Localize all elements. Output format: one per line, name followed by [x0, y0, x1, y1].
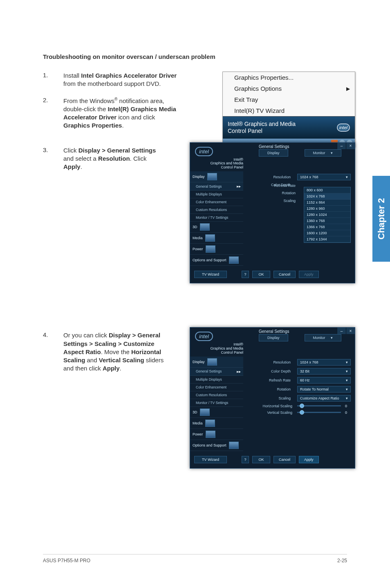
- resolution-option[interactable]: 1152 x 864: [304, 200, 350, 206]
- menu-item-graphics-properties[interactable]: Graphics Properties...: [223, 72, 355, 83]
- sidebar-item-options[interactable]: Options and Support: [190, 255, 243, 266]
- rotation-dropdown[interactable]: RotationRotate To Normal▾: [256, 386, 351, 393]
- step-4: 4. Or you can click Display > General Se…: [43, 331, 174, 373]
- media-thumb-icon: [205, 420, 215, 427]
- resolution-option[interactable]: 1280 x 960: [304, 206, 350, 212]
- page-footer: ASUS P7H55-M PRO 2-25: [43, 554, 347, 563]
- resolution-option[interactable]: 1792 x 1344: [304, 236, 350, 242]
- step-2: 2. From the Windows® notification area, …: [43, 97, 182, 130]
- step-text: From the Windows® notification area, dou…: [63, 97, 182, 130]
- tray-context-menu: Graphics Properties... Graphics Options▶…: [222, 72, 355, 147]
- intel-graphics-panel-scaling: – × intel Intel® Graphics and Media Cont…: [190, 327, 355, 469]
- power-thumb-icon: [206, 431, 215, 438]
- tab-display[interactable]: Display: [259, 149, 288, 157]
- menu-item-exit-tray[interactable]: Exit Tray: [223, 94, 355, 105]
- vertical-scaling-slider[interactable]: Vertical Scaling 0: [256, 411, 351, 415]
- chevron-right-icon: ▸▸: [237, 369, 241, 374]
- resolution-option[interactable]: 1024 x 768: [304, 193, 350, 200]
- resolution-dropdown[interactable]: Resolution1024 x 768▾: [256, 359, 351, 366]
- sidebar-item-monitor-tv[interactable]: Monitor / TV Settings: [190, 399, 243, 407]
- display-thumb-icon: [207, 173, 217, 180]
- tv-wizard-button[interactable]: TV Wizard: [194, 456, 227, 463]
- cancel-button[interactable]: Cancel: [273, 456, 296, 463]
- power-thumb-icon: [206, 245, 215, 253]
- step-number: 1.: [43, 72, 63, 88]
- sidebar-item-multiple-displays[interactable]: Multiple Displays: [190, 191, 243, 198]
- sidebar-item-monitor-tv[interactable]: Monitor / TV Settings: [190, 214, 243, 222]
- help-button[interactable]: ?: [242, 456, 249, 463]
- step-text: Install Intel Graphics Accelerator Drive…: [63, 72, 182, 88]
- sidebar-item-custom-resolutions[interactable]: Custom Resolutions: [190, 391, 243, 399]
- intel-logo-icon: intel: [195, 332, 213, 341]
- sidebar-item-multiple-displays[interactable]: Multiple Displays: [190, 376, 243, 384]
- sidebar-item-power[interactable]: Power: [190, 244, 243, 255]
- display-thumb-icon: [207, 358, 217, 366]
- section-heading: Troubleshooting on monitor overscan / un…: [43, 53, 347, 60]
- sidebar-item-custom-resolutions[interactable]: Custom Resolutions: [190, 206, 243, 214]
- media-thumb-icon: [205, 234, 215, 242]
- horizontal-scaling-slider[interactable]: Horizontal Scaling 0: [256, 404, 351, 408]
- sidebar-item-media[interactable]: Media: [190, 233, 243, 244]
- resolution-option[interactable]: 1600 x 1200: [304, 230, 350, 236]
- tv-wizard-button[interactable]: TV Wizard: [194, 271, 227, 278]
- submenu-arrow-icon: ▶: [346, 86, 350, 92]
- sidebar-item-display[interactable]: Display: [190, 171, 243, 182]
- chevron-down-icon: ▾: [346, 396, 348, 400]
- chapter-side-tab: Chapter 2: [372, 176, 390, 262]
- chevron-down-icon: ▾: [346, 387, 348, 391]
- sidebar-item-media[interactable]: Media: [190, 418, 243, 429]
- resolution-option[interactable]: 1280 x 1024: [304, 212, 350, 218]
- footer-page-number: 2-25: [337, 558, 347, 563]
- sidebar-item-power[interactable]: Power: [190, 429, 243, 440]
- sidebar-item-display[interactable]: Display: [190, 357, 243, 368]
- chevron-down-icon: ▾: [331, 151, 333, 155]
- step-text: Or you can click Display > General Setti…: [63, 331, 174, 373]
- chevron-down-icon: ▾: [346, 360, 348, 364]
- scaling-dropdown[interactable]: ScalingCustomize Aspect Ratio▾: [256, 395, 351, 402]
- chevron-down-icon: ▾: [346, 378, 348, 382]
- ok-button[interactable]: OK: [252, 456, 270, 463]
- breadcrumb: General Settings: [259, 329, 289, 334]
- options-thumb-icon: [229, 442, 239, 449]
- 3d-thumb-icon: [200, 223, 210, 231]
- footer-model: ASUS P7H55-M PRO: [43, 558, 90, 563]
- tab-display[interactable]: Display: [259, 334, 288, 341]
- sidebar-item-3d[interactable]: 3D: [190, 222, 243, 233]
- color-depth-dropdown[interactable]: Color Depth32 Bit▾: [256, 368, 351, 375]
- sidebar-item-general-settings[interactable]: General Settings▸▸: [190, 368, 243, 376]
- resolution-option[interactable]: 1360 x 768: [304, 218, 350, 224]
- chevron-down-icon: ▾: [346, 175, 348, 179]
- sidebar-item-color-enhancement[interactable]: Color Enhancement: [190, 384, 243, 391]
- slider-knob-icon[interactable]: [300, 410, 304, 415]
- sidebar-item-general-settings[interactable]: General Settings▸▸: [190, 182, 243, 191]
- slider-knob-icon[interactable]: [300, 404, 304, 408]
- sidebar-item-options[interactable]: Options and Support: [190, 440, 243, 451]
- step-number: 4.: [43, 331, 63, 373]
- step-number: 3.: [43, 146, 63, 171]
- resolution-dropdown[interactable]: Resolution 1024 x 768▾: [256, 174, 351, 180]
- help-button[interactable]: ?: [242, 271, 249, 278]
- menu-item-graphics-options[interactable]: Graphics Options▶: [223, 83, 355, 94]
- chevron-right-icon: ▸▸: [237, 184, 241, 189]
- chevron-down-icon: ▾: [346, 369, 348, 373]
- resolution-option[interactable]: 800 x 600: [304, 187, 350, 193]
- intel-control-panel-bar[interactable]: Intel® Graphics and Media Control Panel …: [223, 116, 355, 139]
- step-text: Click Display > General Settings and sel…: [63, 146, 161, 171]
- refresh-rate-dropdown[interactable]: Refresh Rate60 Hz▾: [256, 377, 351, 384]
- chevron-down-icon: ▾: [331, 336, 333, 340]
- resolution-option-list: 800 x 600 1024 x 768 1152 x 864 1280 x 9…: [304, 187, 351, 243]
- resolution-option[interactable]: 1366 x 768: [304, 224, 350, 230]
- breadcrumb: General Settings: [259, 144, 289, 149]
- sidebar-item-3d[interactable]: 3D: [190, 407, 243, 418]
- apply-button[interactable]: Apply: [299, 271, 319, 278]
- intel-graphics-panel-resolution: – × intel Intel® Graphics and Media Cont…: [190, 142, 355, 284]
- apply-button[interactable]: Apply: [299, 456, 319, 463]
- ok-button[interactable]: OK: [252, 271, 270, 278]
- sidebar-item-color-enhancement[interactable]: Color Enhancement: [190, 198, 243, 206]
- tab-monitor[interactable]: Monitor▾: [305, 334, 341, 341]
- tab-monitor[interactable]: Monitor▾: [305, 149, 341, 157]
- step-1: 1. Install Intel Graphics Accelerator Dr…: [43, 72, 182, 88]
- intel-logo-icon: intel: [195, 147, 213, 156]
- menu-item-tv-wizard[interactable]: Intel(R) TV Wizard: [223, 105, 355, 116]
- cancel-button[interactable]: Cancel: [273, 271, 296, 278]
